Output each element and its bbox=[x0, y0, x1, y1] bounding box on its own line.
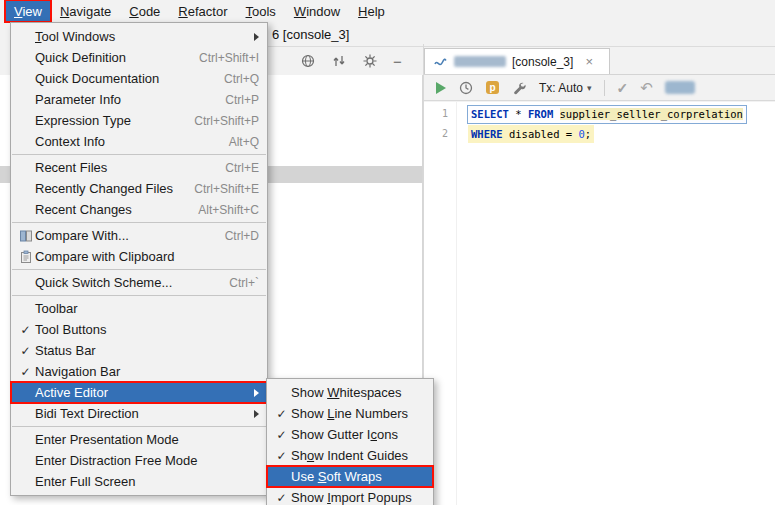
menu-item-shortcut: Ctrl+Q bbox=[214, 72, 259, 86]
menu-item-shortcut: Ctrl+Shift+I bbox=[189, 51, 259, 65]
menu-item-label: Context Info bbox=[35, 134, 105, 149]
submenu-item-show-indent-guides[interactable]: ✓ Show Indent Guides bbox=[267, 445, 433, 466]
clipboard-diff-icon bbox=[16, 250, 35, 264]
menu-item-tool-windows[interactable]: Tool Windows bbox=[11, 26, 267, 47]
menu-window[interactable]: Window bbox=[285, 0, 349, 22]
menu-navigate[interactable]: Navigate bbox=[51, 0, 120, 22]
menu-item-navigation-bar[interactable]: ✓ Navigation Bar bbox=[11, 361, 267, 382]
menu-item-context-info[interactable]: Context Info Alt+Q bbox=[11, 131, 267, 152]
hide-icon[interactable]: − bbox=[393, 54, 402, 69]
menu-separator bbox=[12, 426, 266, 427]
menu-item-quick-definition[interactable]: Quick Definition Ctrl+Shift+I bbox=[11, 47, 267, 68]
menu-view[interactable]: View bbox=[5, 0, 51, 22]
code-area[interactable]: SELECT * FROM supplier_selller_corprelat… bbox=[457, 102, 747, 505]
menu-item-shortcut: Ctrl+` bbox=[219, 276, 259, 290]
menu-item-shortcut: Ctrl+P bbox=[215, 93, 259, 107]
menu-item-enter-distraction-free-mode[interactable]: Enter Distraction Free Mode bbox=[11, 450, 267, 471]
menu-item-recent-files[interactable]: Recent Files Ctrl+E bbox=[11, 157, 267, 178]
menu-item-recently-changed-files[interactable]: Recently Changed Files Ctrl+Shift+E bbox=[11, 178, 267, 199]
submenu-item-use-soft-wraps[interactable]: Use Soft Wraps bbox=[267, 466, 433, 487]
menu-item-label: Recent Files bbox=[35, 160, 107, 175]
tab-label: [console_3] bbox=[512, 55, 573, 69]
menu-item-label: Bidi Text Direction bbox=[35, 406, 139, 421]
active-editor-submenu: Show Whitespaces ✓ Show Line Numbers ✓ S… bbox=[266, 378, 434, 505]
sql-keyword: FROM bbox=[528, 108, 553, 120]
menu-item-status-bar[interactable]: ✓ Status Bar bbox=[11, 340, 267, 361]
menu-item-bidi-text-direction[interactable]: Bidi Text Direction bbox=[11, 403, 267, 424]
menu-bar: View Navigate Code Refactor Tools Window… bbox=[0, 0, 775, 22]
menu-item-quick-documentation[interactable]: Quick Documentation Ctrl+Q bbox=[11, 68, 267, 89]
code-line-2: WHERE disabled = 0; bbox=[467, 124, 747, 144]
code-line-1: SELECT * FROM supplier_selller_corprelat… bbox=[467, 104, 747, 124]
submenu-item-show-line-numbers[interactable]: ✓ Show Line Numbers bbox=[267, 403, 433, 424]
menu-item-compare-with-clipboard[interactable]: Compare with Clipboard bbox=[11, 246, 267, 267]
menu-item-label: Enter Presentation Mode bbox=[35, 432, 179, 447]
application-window: View Navigate Code Refactor Tools Window… bbox=[0, 0, 775, 505]
menu-code[interactable]: Code bbox=[120, 0, 169, 22]
tab-close-icon[interactable]: × bbox=[585, 54, 593, 69]
menu-item-label: Expression Type bbox=[35, 113, 131, 128]
view-menu-dropdown: Tool Windows Quick Definition Ctrl+Shift… bbox=[10, 22, 268, 496]
menu-item-label: Parameter Info bbox=[35, 92, 121, 107]
menu-item-label: Quick Documentation bbox=[35, 71, 159, 86]
menu-window-label: Window bbox=[294, 4, 340, 19]
submenu-arrow-icon bbox=[254, 410, 259, 418]
rollback-icon[interactable]: ↶ bbox=[640, 79, 653, 97]
sql-keyword: SELECT bbox=[471, 108, 509, 120]
menu-item-expression-type[interactable]: Expression Type Ctrl+Shift+P bbox=[11, 110, 267, 131]
parameters-icon[interactable]: p bbox=[486, 81, 499, 94]
menu-item-label: Enter Distraction Free Mode bbox=[35, 453, 198, 468]
menu-code-label: Code bbox=[129, 4, 160, 19]
sql-keyword: WHERE bbox=[471, 128, 503, 140]
menu-item-shortcut: Alt+Shift+C bbox=[188, 203, 259, 217]
menu-item-toolbar[interactable]: Toolbar bbox=[11, 298, 267, 319]
menu-item-label: Toolbar bbox=[35, 301, 78, 316]
gear-icon[interactable] bbox=[362, 53, 378, 69]
menu-item-active-editor[interactable]: Active Editor bbox=[11, 382, 267, 403]
submenu-item-show-gutter-icons[interactable]: ✓ Show Gutter Icons bbox=[267, 424, 433, 445]
console-tab[interactable]: [console_3] × bbox=[424, 48, 610, 74]
menu-refactor[interactable]: Refactor bbox=[169, 0, 236, 22]
check-icon: ✓ bbox=[16, 366, 35, 378]
submenu-item-show-import-popups[interactable]: ✓ Show Import Popups bbox=[267, 487, 433, 505]
diff-icon bbox=[16, 229, 35, 243]
menu-separator bbox=[12, 154, 266, 155]
menu-item-label: Show Import Popups bbox=[291, 490, 412, 505]
menu-refactor-label: Refactor bbox=[178, 4, 227, 19]
check-icon: ✓ bbox=[272, 408, 291, 420]
menu-item-shortcut: Ctrl+Shift+P bbox=[184, 114, 259, 128]
menu-separator bbox=[12, 295, 266, 296]
menu-item-enter-presentation-mode[interactable]: Enter Presentation Mode bbox=[11, 429, 267, 450]
scroll-from-source-icon[interactable] bbox=[331, 53, 347, 69]
menu-item-enter-full-screen[interactable]: Enter Full Screen bbox=[11, 471, 267, 492]
executed-statement-box: SELECT * FROM supplier_selller_corprelat… bbox=[467, 105, 747, 124]
submenu-item-show-whitespaces[interactable]: Show Whitespaces bbox=[267, 382, 433, 403]
menu-item-label: Use Soft Wraps bbox=[291, 469, 382, 484]
sql-editor[interactable]: 1 2 SELECT * FROM supplier_selller_corpr… bbox=[424, 102, 775, 505]
menu-item-label: Show Gutter Icons bbox=[291, 427, 398, 442]
tx-mode-dropdown[interactable]: Tx: Auto ▾ bbox=[539, 81, 592, 95]
menu-item-compare-with[interactable]: Compare With... Ctrl+D bbox=[11, 225, 267, 246]
menu-item-label: Quick Switch Scheme... bbox=[35, 275, 172, 290]
menu-navigate-label: Navigate bbox=[60, 4, 111, 19]
web-icon[interactable] bbox=[300, 53, 316, 69]
editor-tab-bar: [console_3] × bbox=[424, 48, 775, 75]
check-icon: ✓ bbox=[272, 429, 291, 441]
menu-item-shortcut: Ctrl+Shift+E bbox=[184, 182, 259, 196]
commit-icon[interactable]: ✓ bbox=[617, 80, 629, 96]
sql-operator: ; bbox=[585, 128, 591, 140]
history-clock-icon[interactable] bbox=[458, 80, 474, 96]
menu-item-recent-changes[interactable]: Recent Changes Alt+Shift+C bbox=[11, 199, 267, 220]
execute-icon[interactable] bbox=[436, 82, 446, 94]
check-icon: ✓ bbox=[16, 345, 35, 357]
menu-help-label: Help bbox=[358, 4, 385, 19]
menu-item-quick-switch-scheme[interactable]: Quick Switch Scheme... Ctrl+` bbox=[11, 272, 267, 293]
menu-item-tool-buttons[interactable]: ✓ Tool Buttons bbox=[11, 319, 267, 340]
menu-item-parameter-info[interactable]: Parameter Info Ctrl+P bbox=[11, 89, 267, 110]
wrench-icon[interactable] bbox=[511, 80, 527, 96]
menu-item-label: Show Line Numbers bbox=[291, 406, 408, 421]
menu-help[interactable]: Help bbox=[349, 0, 394, 22]
menu-item-label: Tool Buttons bbox=[35, 322, 107, 337]
menu-tools[interactable]: Tools bbox=[237, 0, 285, 22]
menu-item-shortcut: Ctrl+E bbox=[215, 161, 259, 175]
